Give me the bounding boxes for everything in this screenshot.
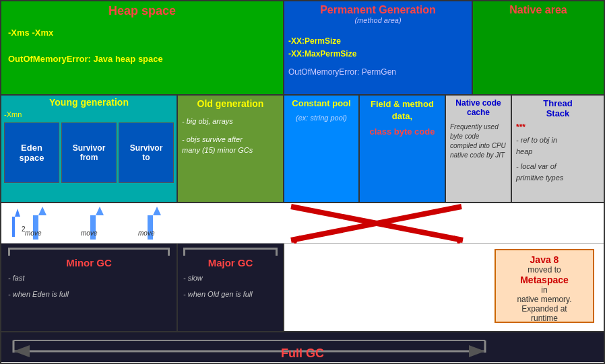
perm-gen-params: -XX:PermSize-XX:MaxPermSize — [288, 35, 468, 61]
java8-metaspace: Metaspace — [501, 275, 587, 285]
minor-gc-desc1: - fast — [8, 272, 170, 285]
middle-row: Young generation -Xmn Edenspace Survivor… — [1, 96, 604, 203]
survivor-to-box: Survivorto — [119, 122, 174, 183]
old-gen-desc2: - objs survive aftermany (15) minor GCs — [182, 134, 279, 156]
eden-space-box: Edenspace — [4, 122, 59, 183]
native-area-title: Native area — [477, 4, 600, 16]
arrows-svg: 2 move move move — [1, 203, 605, 244]
heap-space-section: Heap space -Xms -Xmx OutOfMemoryError: J… — [1, 1, 284, 94]
xms-label: -Xms -Xmx — [8, 28, 279, 38]
minor-gc-bracket — [8, 248, 170, 256]
oom-perm-label: OutOfMemoryError: PermGen — [288, 67, 468, 77]
young-gen-section: Young generation -Xmn Edenspace Survivor… — [1, 96, 178, 202]
young-gen-arrow3-icon — [148, 207, 161, 240]
oom-heap-label: OutOfMemoryError: Java heap space — [8, 54, 279, 64]
fullgc-row: Full GC — [1, 331, 604, 362]
xmn-label: -Xmn — [4, 110, 174, 118]
byte-code-label: class byte code — [364, 126, 441, 137]
major-gc-bracket — [183, 248, 278, 256]
fullgc-title: Full GC — [281, 347, 324, 361]
thread-stack-title: ThreadStack — [516, 98, 600, 118]
minor-gc-desc2: - when Eden is full — [8, 289, 170, 301]
young-gen-title: Young generation — [4, 97, 174, 108]
move3-label: move — [138, 229, 155, 237]
young-gen-arrow1-icon — [33, 207, 46, 240]
survivor-from-box: Survivorfrom — [61, 122, 117, 183]
constant-pool-section: Constant pool (ex: string pool) — [284, 96, 360, 202]
java8-info-box: Java 8 moved to Metaspace innative memor… — [495, 249, 594, 323]
native-code-cache-title: Native codecache — [450, 98, 507, 117]
thread-desc2: - local var ofprimitive types — [516, 161, 600, 183]
perm-gen-subtitle: (method area) — [288, 16, 468, 24]
gc-right-area: Java 8 moved to Metaspace innative memor… — [284, 244, 604, 331]
native-code-cache-desc: Frequently used byte code compiled into … — [450, 122, 507, 160]
minor-gc-up-label: 2 — [22, 225, 26, 233]
gc-row: Minor GC - fast - when Eden is full Majo… — [1, 244, 604, 331]
cross-arrow2-icon — [291, 207, 461, 240]
native-area-section: Native area — [473, 1, 604, 94]
upload-arrow-icon — [12, 209, 20, 237]
field-method-title: Field & methoddata, — [364, 98, 441, 122]
native-code-cache-section: Native codecache Frequently used byte co… — [446, 96, 512, 202]
move2-label: move — [81, 229, 98, 237]
main-container: Heap space -Xms -Xmx OutOfMemoryError: J… — [0, 0, 605, 364]
major-gc-desc1: - slow — [183, 272, 278, 285]
perm-gen-title: Permanent Generation — [288, 4, 468, 16]
java8-text1: moved to — [501, 265, 587, 275]
java8-text2: innative memory.Expanded atruntime — [501, 285, 587, 323]
field-method-section: Field & methoddata, class byte code — [360, 96, 446, 202]
fullgc-arrow-svg — [7, 344, 492, 364]
constant-pool-desc: (ex: string pool) — [288, 114, 354, 122]
cross-arrow2-head-icon — [291, 235, 300, 244]
constant-pool-title: Constant pool — [288, 98, 354, 108]
thread-xxx: *** — [516, 122, 600, 132]
top-row: Heap space -Xms -Xmx OutOfMemoryError: J… — [1, 1, 604, 96]
young-sub-sections: Edenspace Survivorfrom Survivorto — [4, 122, 174, 183]
major-gc-area: Major GC - slow - when Old gen is full — [178, 244, 284, 331]
minor-gc-area: Minor GC - fast - when Eden is full — [1, 244, 178, 331]
old-gen-title: Old generation — [182, 98, 279, 109]
young-gen-arrow2-icon — [90, 207, 104, 240]
cross-arrow1-icon — [291, 207, 463, 240]
heap-space-title: Heap space — [5, 4, 279, 18]
thread-stack-section: ThreadStack *** - ref to obj inheap - lo… — [512, 96, 604, 202]
java8-title: Java 8 — [501, 254, 587, 265]
arrows-row: 2 move move move — [1, 203, 604, 244]
old-gen-section: Old generation - big obj, arrays - objs … — [178, 96, 284, 202]
minor-gc-title: Minor GC — [8, 257, 170, 268]
thread-desc1: - ref to obj inheap — [516, 135, 600, 157]
move1-label: move — [25, 229, 42, 237]
major-gc-desc2: - when Old gen is full — [183, 289, 278, 301]
major-gc-title: Major GC — [183, 257, 278, 268]
old-gen-desc1: - big obj, arrays — [182, 116, 279, 127]
perm-gen-section: Permanent Generation (method area) -XX:P… — [284, 1, 473, 94]
cross-arrow1-head-icon — [454, 235, 463, 244]
